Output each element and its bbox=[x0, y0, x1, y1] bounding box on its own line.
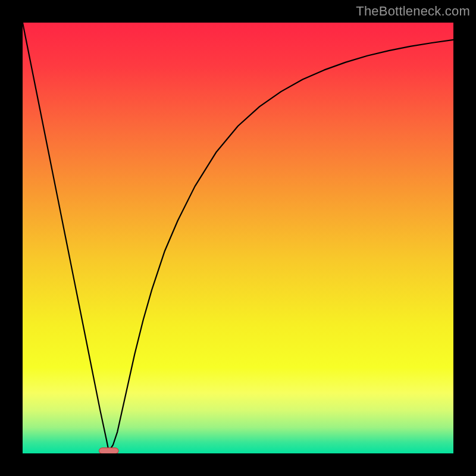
bottleneck-chart bbox=[23, 23, 453, 453]
chart-frame: TheBottleneck.com bbox=[0, 0, 476, 476]
optimal-marker bbox=[99, 448, 119, 453]
gradient-background bbox=[23, 23, 453, 453]
watermark-text: TheBottleneck.com bbox=[356, 4, 470, 19]
